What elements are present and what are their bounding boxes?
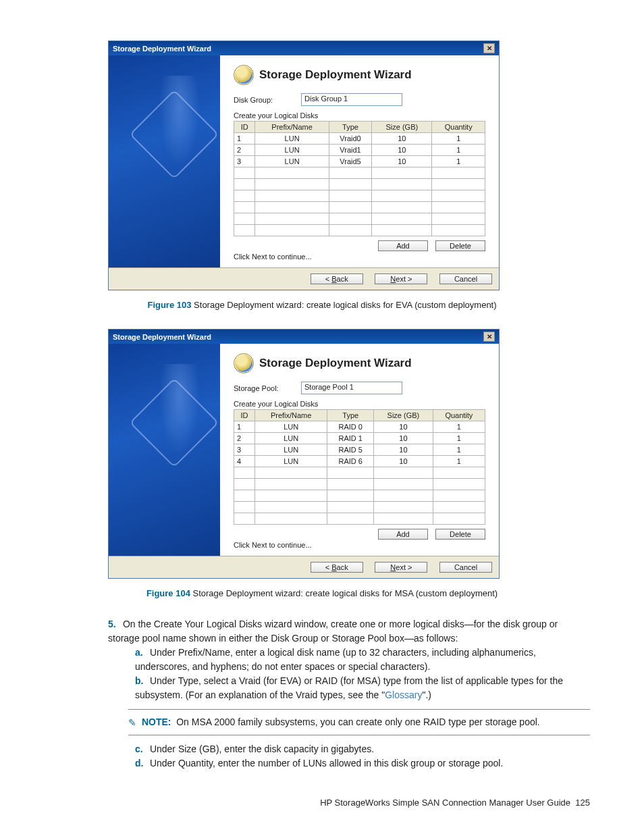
note-icon: ✎	[128, 717, 139, 728]
substep-b-num: b.	[135, 674, 147, 688]
delete-button[interactable]: Delete	[435, 529, 485, 540]
titlebar: Storage Deployment Wizard ✕	[109, 41, 499, 55]
logical-disks-table[interactable]: ID Prefix/Name Type Size (GB) Quantity 1…	[234, 409, 485, 525]
wizard-icon	[234, 353, 254, 373]
table-row-empty[interactable]	[234, 513, 485, 525]
col-prefix[interactable]: Prefix/Name	[255, 122, 329, 133]
substep-c-text: Under Size (GB), enter the disk capacity…	[150, 744, 374, 754]
wizard-sidebar-image	[109, 55, 220, 267]
add-button[interactable]: Add	[378, 240, 428, 251]
table-row-empty[interactable]	[234, 202, 485, 213]
substep-b-text: Under Type, select a Vraid (for EVA) or …	[135, 675, 563, 700]
table-row-empty[interactable]	[234, 502, 485, 513]
wizard-heading: Storage Deployment Wizard	[234, 353, 485, 373]
substep-a-num: a.	[135, 646, 147, 660]
table-row[interactable]: 3LUNVraid5101	[234, 156, 485, 167]
wizard-sidebar-image	[109, 344, 220, 556]
wizard-icon	[234, 65, 254, 85]
titlebar: Storage Deployment Wizard ✕	[109, 330, 499, 344]
wizard-dialog-2: Storage Deployment Wizard ✕ Storage Depl…	[108, 329, 500, 579]
step-5-text: On the Create Your Logical Disks wizard …	[108, 619, 558, 644]
note-text: On MSA 2000 family subsystems, you can c…	[176, 716, 540, 727]
col-type[interactable]: Type	[327, 410, 374, 421]
substep-d-text: Under Quantity, enter the number of LUNs…	[150, 758, 503, 768]
page-footer: HP StorageWorks Simple SAN Connection Ma…	[54, 798, 590, 808]
table-row[interactable]: 2LUNRAID 1101	[234, 433, 485, 444]
table-row-empty[interactable]	[234, 190, 485, 202]
delete-button[interactable]: Delete	[435, 240, 485, 251]
figure-103-caption: Figure 103 Storage Deployment wizard: cr…	[54, 300, 590, 310]
logical-disks-table[interactable]: ID Prefix/Name Type Size (GB) Quantity 1…	[234, 121, 485, 236]
table-row-empty[interactable]	[234, 479, 485, 490]
substep-d-num: d.	[135, 756, 147, 771]
wizard-dialog-1: Storage Deployment Wizard ✕ Storage Depl…	[108, 41, 500, 290]
table-row[interactable]: 3LUNRAID 5101	[234, 444, 485, 456]
next-button[interactable]: Next >	[375, 273, 427, 284]
col-id[interactable]: ID	[234, 122, 255, 133]
cancel-button[interactable]: Cancel	[439, 562, 492, 573]
table-row-empty[interactable]	[234, 490, 485, 502]
table-row-empty[interactable]	[234, 167, 485, 179]
col-qty[interactable]: Quantity	[433, 410, 485, 421]
note-label: NOTE:	[142, 716, 171, 727]
table-row-empty[interactable]	[234, 179, 485, 190]
table-row[interactable]: 1LUNRAID 0101	[234, 421, 485, 433]
disk-group-input[interactable]: Disk Group 1	[301, 93, 402, 106]
col-prefix[interactable]: Prefix/Name	[254, 410, 327, 421]
close-icon[interactable]: ✕	[483, 43, 495, 53]
figure-104-caption: Figure 104 Storage Deployment wizard: cr…	[54, 588, 590, 598]
col-size[interactable]: Size (GB)	[374, 410, 433, 421]
window-title: Storage Deployment Wizard	[113, 45, 211, 53]
col-qty[interactable]: Quantity	[432, 122, 485, 133]
add-button[interactable]: Add	[378, 529, 428, 540]
col-size[interactable]: Size (GB)	[372, 122, 432, 133]
glossary-link[interactable]: Glossary	[385, 689, 422, 700]
col-id[interactable]: ID	[234, 410, 255, 421]
table-row-empty[interactable]	[234, 213, 485, 225]
instruction-step-5: 5. On the Create Your Logical Disks wiza…	[108, 617, 590, 702]
table-row-empty[interactable]	[234, 225, 485, 236]
create-disks-label: Create your Logical Disks	[234, 111, 485, 120]
note-block: ✎ NOTE: On MSA 2000 family subsystems, y…	[128, 709, 590, 735]
substep-c-num: c.	[135, 742, 147, 756]
substep-a-text: Under Prefix/Name, enter a logical disk …	[135, 647, 536, 672]
window-title: Storage Deployment Wizard	[113, 333, 211, 341]
back-button[interactable]: < Back	[311, 562, 363, 573]
storage-pool-input[interactable]: Storage Pool 1	[301, 382, 402, 394]
create-disks-label: Create your Logical Disks	[234, 400, 485, 408]
wizard-heading: Storage Deployment Wizard	[234, 65, 485, 85]
continue-hint: Click Next to continue...	[234, 253, 485, 261]
next-button[interactable]: Next >	[375, 562, 427, 573]
step-number: 5.	[108, 617, 120, 631]
storage-pool-label: Storage Pool:	[234, 384, 301, 392]
close-icon[interactable]: ✕	[483, 332, 495, 342]
table-row[interactable]: 1LUNVraid0101	[234, 133, 485, 145]
back-button[interactable]: < Back	[311, 273, 363, 284]
table-row[interactable]: 2LUNVraid1101	[234, 145, 485, 156]
disk-group-label: Disk Group:	[234, 96, 301, 104]
table-row[interactable]: 4LUNRAID 6101	[234, 456, 485, 467]
continue-hint: Click Next to continue...	[234, 541, 485, 549]
table-row-empty[interactable]	[234, 467, 485, 479]
cancel-button[interactable]: Cancel	[439, 273, 492, 284]
col-type[interactable]: Type	[329, 122, 372, 133]
